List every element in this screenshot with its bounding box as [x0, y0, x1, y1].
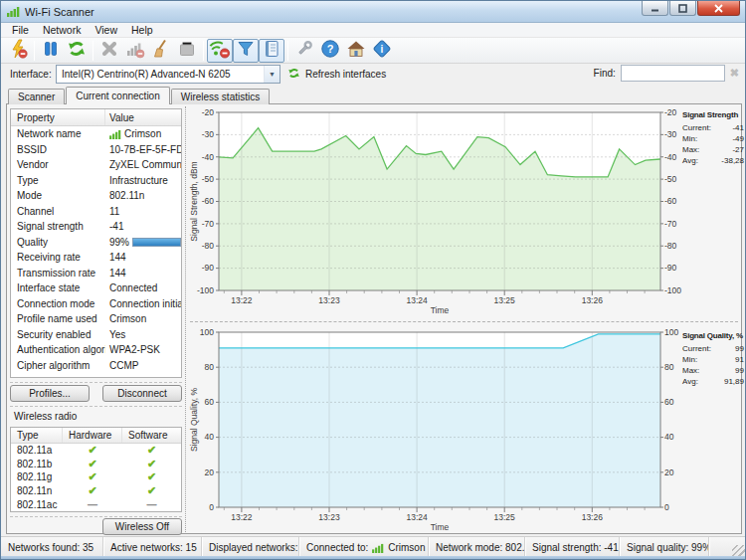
refresh-icon	[287, 67, 300, 82]
home-button[interactable]	[343, 39, 369, 63]
stats-label: Max:	[682, 365, 699, 376]
clear-button[interactable]	[148, 39, 174, 63]
interface-select[interactable]: Intel(R) Centrino(R) Advanced-N 6205 ▼	[56, 65, 280, 84]
status-segment: Signal strength: -41 dBm	[525, 537, 620, 558]
property-row[interactable]: Profile name usedCrimson	[11, 311, 181, 327]
help-icon: ?	[320, 39, 340, 63]
stats-title: Signal Quality, %	[682, 331, 744, 340]
status-label: Connected to:	[306, 542, 368, 553]
menu-file[interactable]: File	[5, 23, 36, 37]
wireless-off-button[interactable]: Wireless Off	[102, 518, 182, 535]
minimize-button[interactable]	[642, 1, 668, 16]
window-frame-bottom	[1, 556, 745, 559]
property-row[interactable]: Cipher algorithmCCMP	[11, 358, 181, 374]
property-row[interactable]: VendorZyXEL Communicatio...	[11, 157, 181, 173]
connection-properties-table: Property Value Network nameCrimsonBSSID1…	[10, 108, 182, 378]
svg-text:13:24: 13:24	[406, 512, 428, 522]
disconnect-button[interactable]: Disconnect	[102, 385, 182, 402]
wifi-off-button[interactable]	[207, 39, 233, 63]
about-button[interactable]: i	[369, 39, 395, 63]
properties-header: Property Value	[11, 109, 181, 126]
property-row[interactable]: Mode802.11n	[11, 188, 181, 204]
stats-label: Avg:	[682, 376, 698, 387]
dash-icon: —	[147, 499, 157, 510]
svg-text:0: 0	[664, 502, 669, 512]
refresh-interfaces-button[interactable]: Refresh interfaces	[287, 67, 386, 82]
tab-current-connection[interactable]: Current connection	[66, 87, 170, 104]
property-row[interactable]: Authentication algorithmWPA2-PSK	[11, 342, 181, 358]
software-column-header: Software	[122, 428, 181, 443]
svg-text:40: 40	[664, 432, 674, 442]
property-value: CCMP	[109, 360, 138, 371]
status-value: Crimson	[388, 542, 425, 553]
svg-text:-30: -30	[202, 129, 215, 139]
help-button[interactable]: ?	[317, 39, 343, 63]
stats-value: 99	[735, 343, 744, 354]
status-segment: Network mode: 802.11n	[429, 537, 525, 558]
property-value: 144	[109, 268, 126, 279]
status-segment: Active networks: 15	[103, 537, 202, 558]
panel-splitter[interactable]	[185, 106, 186, 532]
separator	[10, 382, 182, 383]
profiles-button[interactable]: Profiles...	[10, 385, 90, 402]
tab-wireless-statistics[interactable]: Wireless statistics	[171, 89, 270, 104]
property-value: ZyXEL Communicatio...	[109, 159, 181, 170]
property-name: Type	[11, 175, 105, 186]
dash-icon: —	[88, 499, 97, 510]
property-row[interactable]: Security enabledYes	[11, 327, 181, 343]
svg-text:-20: -20	[202, 107, 215, 117]
property-row[interactable]: Receiving rate144	[11, 250, 181, 266]
svg-text:13:22: 13:22	[231, 295, 253, 305]
find-input[interactable]	[621, 65, 725, 82]
stats-row: Current:99	[682, 343, 744, 354]
property-row[interactable]: Signal strength-41	[11, 219, 181, 235]
property-row[interactable]: Transmission rate144	[11, 266, 181, 281]
property-row[interactable]: Interface stateConnected	[11, 280, 181, 296]
scan-button[interactable]	[5, 39, 31, 63]
wifi-off-icon	[209, 39, 231, 63]
pause-button[interactable]	[38, 39, 64, 63]
property-row[interactable]: Channel11	[11, 204, 181, 220]
property-name: Channel	[11, 206, 105, 217]
quality-progress-bar	[132, 238, 181, 247]
tab-scanner[interactable]: Scanner	[8, 89, 65, 104]
settings-button[interactable]	[291, 39, 317, 63]
property-row[interactable]: TypeInfrastructure	[11, 173, 181, 189]
interface-select-value: Intel(R) Centrino(R) Advanced-N 6205	[62, 69, 231, 80]
property-row[interactable]: BSSID10-7B-EF-5F-FD	[11, 142, 181, 158]
check-icon: ✔	[147, 458, 156, 470]
stats-row: Current:-41	[682, 122, 744, 133]
close-button[interactable]	[697, 1, 740, 16]
menu-network[interactable]: Network	[36, 23, 89, 37]
filter-button[interactable]	[233, 39, 259, 63]
property-name: Vendor	[11, 159, 105, 170]
property-row[interactable]: Network nameCrimson	[11, 126, 181, 142]
report-button[interactable]	[259, 39, 284, 63]
radio-type: 802.11a	[11, 445, 63, 456]
property-name: BSSID	[11, 144, 105, 155]
pause-icon	[41, 39, 61, 63]
property-value: 11	[109, 206, 119, 217]
property-row[interactable]: Connection modeConnection initiated b...	[11, 296, 181, 312]
svg-text:-50: -50	[202, 174, 215, 184]
stats-label: Max:	[682, 144, 699, 155]
svg-text:13:23: 13:23	[318, 295, 340, 305]
separator	[10, 516, 182, 517]
signal-history-button	[122, 39, 148, 63]
report-icon	[262, 39, 281, 63]
property-row[interactable]: Quality99%	[11, 235, 181, 251]
window-controls	[641, 1, 740, 16]
check-icon: ✔	[88, 470, 96, 483]
chevron-down-icon[interactable]: ▼	[264, 66, 280, 83]
menu-view[interactable]: View	[88, 23, 124, 37]
svg-text:-70: -70	[664, 219, 677, 229]
property-value: -41	[109, 221, 123, 232]
chart-divider	[190, 321, 738, 322]
stats-title: Signal Strength	[682, 110, 744, 119]
save-button	[174, 39, 200, 63]
status-segment: Connected to:Crimson	[299, 537, 429, 558]
maximize-button[interactable]	[669, 1, 696, 16]
menu-help[interactable]: Help	[124, 23, 160, 37]
find-clear-icon[interactable]: ✖	[730, 68, 739, 79]
refresh-button[interactable]	[64, 39, 90, 63]
